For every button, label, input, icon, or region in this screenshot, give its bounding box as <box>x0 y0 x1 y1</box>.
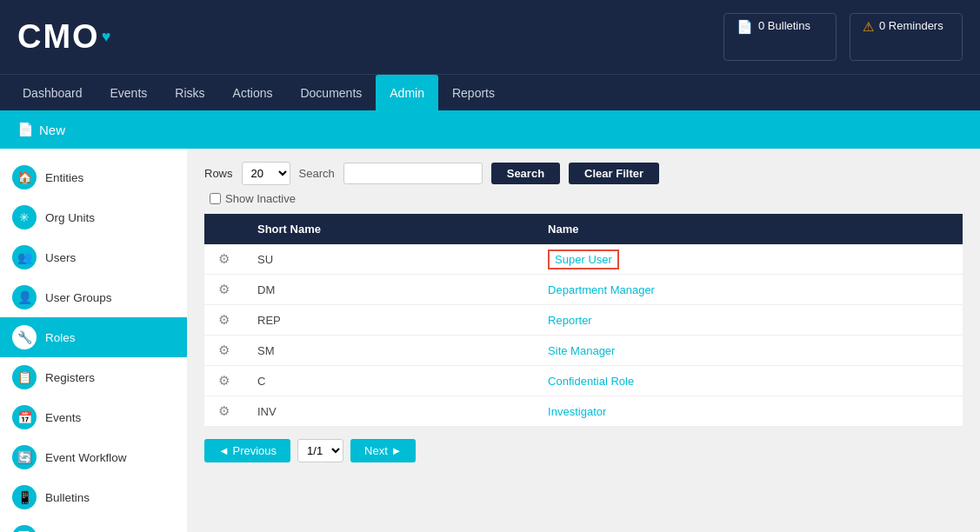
reminders-box[interactable]: ⚠ 0 Reminders <box>850 13 963 61</box>
sidebar-label-roles: Roles <box>45 331 76 344</box>
nav-item-events[interactable]: Events <box>97 75 162 111</box>
org-units-icon: ✳ <box>12 205 37 229</box>
logo-text: CMO <box>17 18 100 56</box>
event-workflow-icon: 🔄 <box>12 445 37 469</box>
page-select[interactable]: 1/1 <box>297 439 343 462</box>
sidebar-item-bulletins[interactable]: 📱 Bulletins <box>0 477 187 517</box>
registers-icon: 📋 <box>12 365 37 389</box>
row-settings-icon[interactable]: ⚙ <box>218 342 230 357</box>
table-row: ⚙DMDepartment Manager <box>204 275 963 305</box>
action-bar: 📄 New <box>0 110 980 149</box>
show-inactive-row: Show Inactive <box>210 192 963 205</box>
col-settings-header <box>204 214 243 244</box>
sidebar-item-event-workflow[interactable]: 🔄 Event Workflow <box>0 437 187 477</box>
nav-item-reports[interactable]: Reports <box>438 75 509 111</box>
roles-icon: 🔧 <box>12 325 37 349</box>
sidebar-item-entities[interactable]: 🏠 Entities <box>0 157 187 197</box>
nav-item-actions[interactable]: Actions <box>219 75 287 111</box>
nav-bar: Dashboard Events Risks Actions Documents… <box>0 74 980 110</box>
sidebar-label-org-units: Org Units <box>45 211 95 224</box>
pagination-row: ◄ Previous 1/1 Next ► <box>204 439 963 462</box>
custom-fields-icon: 📝 <box>12 525 37 532</box>
cell-name[interactable]: Super User <box>534 244 963 275</box>
row-settings-icon[interactable]: ⚙ <box>218 373 230 388</box>
nav-item-documents[interactable]: Documents <box>286 75 376 111</box>
sidebar-label-entities: Entities <box>45 171 83 184</box>
new-icon: 📄 <box>17 122 34 137</box>
search-button[interactable]: Search <box>491 163 560 184</box>
show-inactive-label: Show Inactive <box>225 192 296 205</box>
table-header-row: Short Name Name <box>204 214 963 244</box>
show-inactive-checkbox[interactable] <box>210 193 221 204</box>
header-notifications: 📄 0 Bulletins ⚠ 0 Reminders <box>723 13 963 61</box>
cell-short-name: SM <box>243 336 534 366</box>
bulletins-sidebar-icon: 📱 <box>12 485 37 509</box>
main-content: 🏠 Entities ✳ Org Units 👥 Users 👤 User Gr… <box>0 149 980 532</box>
cell-name[interactable]: Reporter <box>534 305 963 336</box>
bulletin-label: 0 Bulletins <box>758 19 810 32</box>
table-row: ⚙REPReporter <box>204 305 963 336</box>
cell-name[interactable]: Investigator <box>534 396 963 427</box>
table-row: ⚙SMSite Manager <box>204 336 963 366</box>
users-icon: 👥 <box>12 245 37 269</box>
sidebar-item-users[interactable]: 👥 Users <box>0 237 187 277</box>
sidebar: 🏠 Entities ✳ Org Units 👥 Users 👤 User Gr… <box>0 149 187 532</box>
row-settings-icon[interactable]: ⚙ <box>218 282 230 296</box>
logo-icon: ♥ <box>102 28 111 46</box>
sidebar-label-registers: Registers <box>45 371 95 384</box>
highlighted-name[interactable]: Super User <box>548 249 619 269</box>
cell-short-name: INV <box>243 396 534 427</box>
cell-short-name: DM <box>243 275 534 305</box>
sidebar-label-user-groups: User Groups <box>45 291 112 304</box>
sidebar-label-users: Users <box>45 251 76 264</box>
sidebar-item-custom-fields[interactable]: 📝 Custom Fields <box>0 517 187 532</box>
top-header: CMO ♥ 📄 0 Bulletins ⚠ 0 Reminders <box>0 0 980 74</box>
new-label: New <box>39 123 65 137</box>
bulletin-icon: 📄 <box>737 19 753 35</box>
row-settings-icon[interactable]: ⚙ <box>218 312 230 327</box>
cell-short-name: C <box>243 366 534 396</box>
logo-area: CMO ♥ <box>17 18 723 56</box>
cell-name[interactable]: Department Manager <box>534 275 963 305</box>
search-label: Search <box>299 167 335 180</box>
rows-select[interactable]: 10 20 50 100 <box>242 162 290 185</box>
sidebar-item-events[interactable]: 📅 Events <box>0 397 187 437</box>
cell-short-name: SU <box>243 244 534 275</box>
reminder-label: 0 Reminders <box>879 19 943 32</box>
cell-name[interactable]: Confidential Role <box>534 366 963 396</box>
col-name-header: Name <box>534 214 963 244</box>
prev-button[interactable]: ◄ Previous <box>204 439 290 462</box>
search-input[interactable] <box>343 163 483 184</box>
table-row: ⚙SUSuper User <box>204 244 963 275</box>
table-row: ⚙INVInvestigator <box>204 396 963 427</box>
new-button[interactable]: 📄 New <box>17 122 65 137</box>
next-button[interactable]: Next ► <box>350 439 416 462</box>
row-settings-icon[interactable]: ⚙ <box>218 403 230 418</box>
sidebar-item-org-units[interactable]: ✳ Org Units <box>0 197 187 237</box>
rows-label: Rows <box>204 167 233 180</box>
sidebar-item-roles[interactable]: 🔧 Roles <box>0 317 187 357</box>
nav-item-admin[interactable]: Admin <box>376 75 438 111</box>
cell-name[interactable]: Site Manager <box>534 336 963 366</box>
table-row: ⚙CConfidential Role <box>204 366 963 396</box>
filter-row: Rows 10 20 50 100 Search Search Clear Fi… <box>204 162 963 185</box>
roles-table: Short Name Name ⚙SUSuper User⚙DMDepartme… <box>204 214 963 427</box>
content-panel: Rows 10 20 50 100 Search Search Clear Fi… <box>187 149 980 532</box>
nav-item-dashboard[interactable]: Dashboard <box>9 75 97 111</box>
entities-icon: 🏠 <box>12 165 37 190</box>
reminder-icon: ⚠ <box>863 19 874 35</box>
bulletins-box[interactable]: 📄 0 Bulletins <box>723 13 837 61</box>
col-short-name-header: Short Name <box>243 214 534 244</box>
sidebar-item-registers[interactable]: 📋 Registers <box>0 357 187 397</box>
sidebar-item-user-groups[interactable]: 👤 User Groups <box>0 277 187 317</box>
user-groups-icon: 👤 <box>12 285 37 309</box>
cell-short-name: REP <box>243 305 534 336</box>
sidebar-label-event-workflow: Event Workflow <box>45 451 127 464</box>
clear-filter-button[interactable]: Clear Filter <box>569 163 659 184</box>
events-icon: 📅 <box>12 405 37 429</box>
row-settings-icon[interactable]: ⚙ <box>218 251 230 266</box>
sidebar-label-events: Events <box>45 411 81 424</box>
sidebar-label-bulletins: Bulletins <box>45 491 90 504</box>
nav-item-risks[interactable]: Risks <box>161 75 218 111</box>
